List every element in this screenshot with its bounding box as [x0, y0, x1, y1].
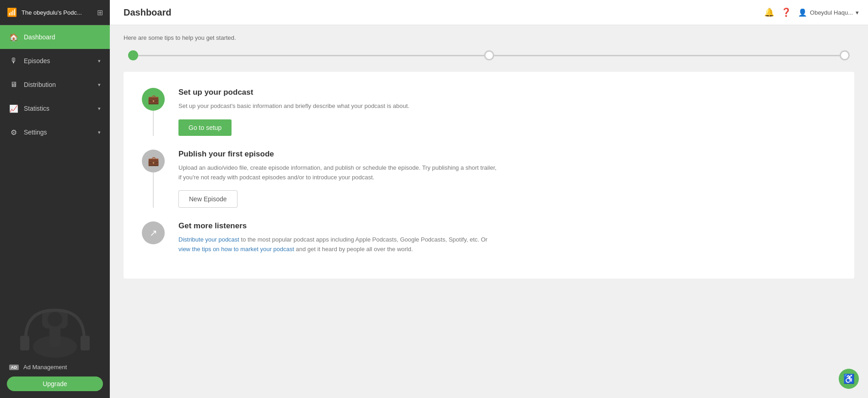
user-menu-chevron: ▾	[856, 9, 859, 16]
setup-content: Set up your podcast Set up your podcast'…	[178, 88, 836, 136]
step-icon-col-2: 💼	[142, 150, 165, 208]
sidebar-item-distribution[interactable]: 🖥 Distribution ▾	[0, 73, 110, 97]
step-connector-1	[153, 111, 154, 136]
go-to-setup-button[interactable]: Go to setup	[178, 119, 232, 136]
publish-content: Publish your first episode Upload an aud…	[178, 150, 836, 208]
sidebar-item-label: Statistics	[24, 105, 49, 112]
listeners-step-circle: ↗	[142, 221, 165, 244]
step-dot-1	[128, 50, 138, 60]
sidebar-item-dashboard[interactable]: 🏠 Dashboard	[0, 25, 110, 49]
grid-icon[interactable]: ⊞	[97, 8, 103, 17]
ad-management-label: Ad Management	[23, 364, 67, 371]
accessibility-icon: ♿	[843, 373, 855, 384]
getting-started-card: 💼 Set up your podcast Set up your podcas…	[124, 72, 854, 279]
settings-icon: ⚙	[9, 128, 18, 137]
divider-1	[142, 136, 836, 150]
ad-management-item[interactable]: AD Ad Management	[7, 360, 103, 374]
topbar-icons: 🔔 ❓ 👤 Obeydul Haqu... ▾	[764, 7, 859, 17]
sidebar: 📶 The obeydulu's Podc... ⊞ 🏠 Dashboard 🎙…	[0, 0, 110, 398]
briefcase-icon: 💼	[148, 94, 159, 105]
statistics-icon: 📈	[9, 104, 18, 113]
step-publish: 💼 Publish your first episode Upload an a…	[142, 150, 836, 208]
publish-step-circle: 💼	[142, 150, 165, 172]
chevron-down-icon: ▾	[98, 58, 101, 64]
sidebar-item-statistics[interactable]: 📈 Statistics ▾	[0, 97, 110, 120]
progress-line-2	[494, 55, 840, 56]
divider-2	[142, 208, 836, 221]
setup-step-circle: 💼	[142, 88, 165, 111]
svg-rect-4	[20, 336, 29, 350]
setup-title: Set up your podcast	[178, 88, 836, 97]
sidebar-bottom: AD Ad Management Upgrade	[0, 355, 110, 398]
progress-line-1	[138, 55, 484, 56]
podcast-name: The obeydulu's Podc...	[22, 9, 92, 16]
sidebar-item-settings[interactable]: ⚙ Settings ▾	[0, 120, 110, 144]
listeners-description: Distribute your podcast to the most popu…	[178, 235, 499, 254]
chevron-down-icon: ▾	[98, 106, 101, 112]
chevron-down-icon: ▾	[98, 129, 101, 135]
new-episode-button[interactable]: New Episode	[178, 190, 237, 208]
svg-rect-5	[81, 336, 90, 350]
topbar-title-area: Dashboard	[124, 7, 764, 18]
sidebar-item-episodes[interactable]: 🎙 Episodes ▾	[0, 49, 110, 73]
share-icon: ↗	[150, 227, 157, 238]
chevron-down-icon: ▾	[98, 82, 101, 88]
sidebar-header: 📶 The obeydulu's Podc... ⊞	[0, 0, 110, 25]
sidebar-nav: 🏠 Dashboard 🎙 Episodes ▾ 🖥 Distribution …	[0, 25, 110, 144]
setup-description: Set up your podcast's basic information …	[178, 102, 499, 111]
distribute-link[interactable]: Distribute your podcast	[178, 236, 239, 243]
tips-link[interactable]: view the tips on how to market your podc…	[178, 246, 294, 253]
page-title: Dashboard	[124, 7, 764, 18]
listeners-content: Get more listeners Distribute your podca…	[178, 221, 836, 263]
step-connector-2	[153, 172, 154, 208]
main-area: Dashboard 🔔 ❓ 👤 Obeydul Haqu... ▾ Here a…	[110, 0, 868, 398]
ad-badge: AD	[9, 365, 19, 370]
publish-icon: 💼	[148, 156, 159, 167]
publish-title: Publish your first episode	[178, 150, 836, 159]
progress-track	[124, 50, 854, 60]
step-listeners: ↗ Get more listeners Distribute your pod…	[142, 221, 836, 263]
listeners-title: Get more listeners	[178, 221, 836, 231]
wifi-icon: 📶	[7, 7, 17, 17]
step-setup: 💼 Set up your podcast Set up your podcas…	[142, 88, 836, 136]
accessibility-button[interactable]: ♿	[839, 369, 859, 389]
publish-description: Upload an audio/video file, create episo…	[178, 163, 499, 183]
help-icon[interactable]: ❓	[781, 7, 791, 17]
notification-icon[interactable]: 🔔	[764, 7, 774, 17]
step-dot-2	[484, 50, 494, 60]
main-content: Here are some tips to help you get start…	[110, 25, 868, 398]
step-icon-col-3: ↗	[142, 221, 165, 263]
sidebar-item-label: Episodes	[24, 57, 50, 65]
step-dot-3	[840, 50, 850, 60]
upgrade-button[interactable]: Upgrade	[7, 376, 103, 391]
sidebar-item-label: Distribution	[24, 81, 56, 88]
home-icon: 🏠	[9, 33, 18, 42]
headphones-decoration	[0, 288, 110, 361]
user-menu[interactable]: 👤 Obeydul Haqu... ▾	[798, 8, 859, 17]
page-subtitle: Here are some tips to help you get start…	[124, 34, 854, 41]
sidebar-item-label: Settings	[24, 129, 47, 136]
step-icon-col-1: 💼	[142, 88, 165, 136]
svg-point-3	[48, 312, 62, 327]
episodes-icon: 🎙	[9, 57, 18, 65]
topbar: Dashboard 🔔 ❓ 👤 Obeydul Haqu... ▾	[110, 0, 868, 25]
user-name: Obeydul Haqu...	[810, 9, 853, 16]
sidebar-item-label: Dashboard	[24, 33, 55, 41]
user-avatar-icon: 👤	[798, 8, 807, 17]
distribution-icon: 🖥	[9, 81, 18, 89]
